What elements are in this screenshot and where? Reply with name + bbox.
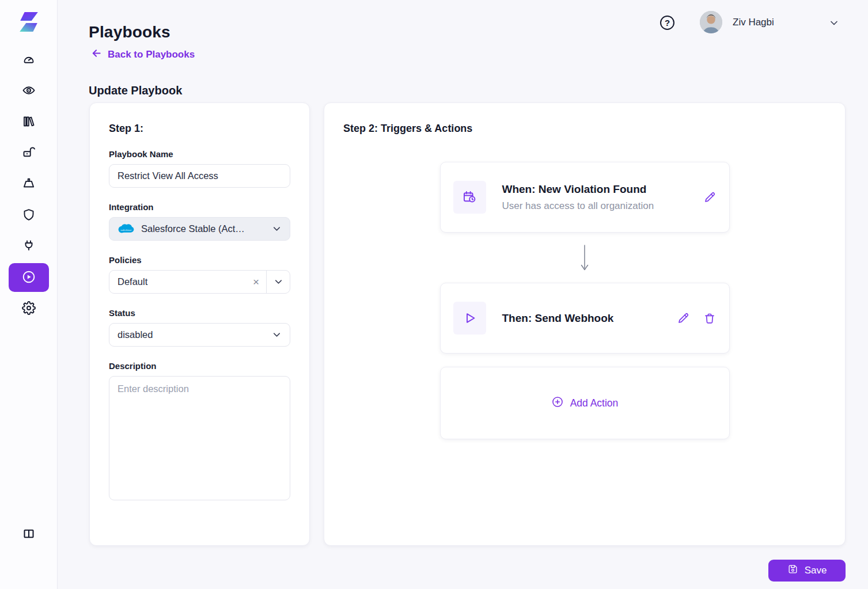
- trigger-card: When: New Violation Found User has acces…: [440, 162, 730, 233]
- sidebar-item-library[interactable]: [22, 115, 36, 128]
- status-value: disabled: [117, 329, 153, 340]
- zilla-logo: [18, 11, 40, 33]
- trigger-action-flow: When: New Violation Found User has acces…: [440, 162, 730, 439]
- trigger-text: When: New Violation Found User has acces…: [502, 183, 687, 212]
- chevron-down-icon: [271, 329, 282, 340]
- arrow-left-icon: [90, 47, 103, 62]
- playbook-name-input[interactable]: [109, 164, 290, 188]
- sidebar-item-integrations[interactable]: [22, 239, 36, 253]
- integration-value: Salesforce Stable (Act…: [141, 223, 245, 234]
- step2-heading: Step 2: Triggers & Actions: [343, 123, 826, 135]
- save-button[interactable]: Save: [768, 560, 846, 582]
- back-to-playbooks-link[interactable]: Back to Playbooks: [90, 47, 195, 62]
- play-icon: [453, 302, 486, 335]
- plug-icon: [22, 239, 36, 253]
- sidebar: [0, 0, 58, 589]
- step1-panel: Step 1: Playbook Name Integration salesf…: [89, 102, 310, 546]
- pencil-icon: [676, 311, 690, 325]
- status-select[interactable]: disabled: [109, 323, 290, 347]
- trash-icon: [703, 311, 717, 325]
- broom-icon: [22, 177, 36, 191]
- avatar[interactable]: [700, 11, 722, 33]
- sidebar-item-cleanup[interactable]: [22, 177, 36, 191]
- lock-open-icon: [22, 146, 36, 159]
- svg-text:salesforce: salesforce: [120, 228, 132, 231]
- policies-combobox[interactable]: Default ×: [109, 270, 290, 294]
- step2-panel: Step 2: Triggers & Actions When: New Vio…: [324, 102, 846, 546]
- integration-select[interactable]: salesforce Salesforce Stable (Act…: [109, 217, 290, 241]
- trigger-subtitle: User has access to all organization: [502, 200, 671, 212]
- flow-arrow-down-icon: [440, 233, 730, 283]
- policies-value: Default: [109, 276, 246, 287]
- sidebar-item-policies[interactable]: [22, 208, 36, 222]
- add-action-label: Add Action: [570, 397, 619, 409]
- eye-icon: [22, 83, 36, 97]
- sidebar-item-playbooks[interactable]: [9, 263, 49, 292]
- description-textarea[interactable]: [109, 376, 290, 500]
- sidebar-item-visibility[interactable]: [22, 83, 36, 97]
- chevron-down-icon: [273, 276, 284, 287]
- edit-trigger-button[interactable]: [703, 191, 717, 204]
- salesforce-logo-icon: salesforce: [117, 223, 135, 235]
- action-card: Then: Send Webhook: [440, 283, 730, 354]
- gauge-icon: [22, 52, 36, 66]
- play-circle-icon: [21, 269, 36, 286]
- user-name[interactable]: Ziv Hagbi: [733, 17, 774, 28]
- pencil-icon: [703, 191, 717, 204]
- policies-label: Policies: [109, 255, 290, 265]
- status-label: Status: [109, 308, 290, 318]
- sidebar-item-settings[interactable]: [22, 301, 36, 315]
- action-title: Then: Send Webhook: [502, 312, 660, 325]
- plus-circle-icon: [551, 396, 564, 411]
- sidebar-item-access[interactable]: [22, 146, 36, 159]
- gear-icon: [22, 301, 36, 315]
- chevron-down-icon[interactable]: [828, 17, 840, 29]
- policies-dropdown-toggle[interactable]: [267, 276, 290, 287]
- chevron-down-icon: [271, 223, 282, 234]
- description-label: Description: [109, 361, 290, 371]
- save-disk-icon: [787, 564, 798, 577]
- book-icon: [22, 527, 36, 541]
- playbook-name-label: Playbook Name: [109, 149, 290, 159]
- action-buttons: [676, 311, 717, 325]
- library-icon: [22, 115, 36, 128]
- step1-heading: Step 1:: [109, 123, 290, 135]
- integration-label: Integration: [109, 202, 290, 212]
- page-subtitle: Update Playbook: [89, 84, 182, 97]
- sidebar-nav: [9, 52, 49, 315]
- shield-icon: [22, 208, 36, 222]
- help-icon[interactable]: ?: [660, 16, 674, 30]
- clear-icon[interactable]: ×: [246, 276, 266, 287]
- page-title: Playbooks: [89, 23, 170, 41]
- trigger-title: When: New Violation Found: [502, 183, 687, 196]
- delete-action-button[interactable]: [703, 311, 717, 325]
- add-action-button[interactable]: Add Action: [440, 367, 730, 439]
- sidebar-item-dashboard[interactable]: [22, 52, 36, 66]
- calendar-clock-icon: [453, 181, 486, 214]
- edit-action-button[interactable]: [676, 311, 690, 325]
- app-window: Playbooks ? Ziv Hagbi Back to Playbooks …: [0, 0, 868, 589]
- sidebar-item-docs[interactable]: [22, 527, 36, 541]
